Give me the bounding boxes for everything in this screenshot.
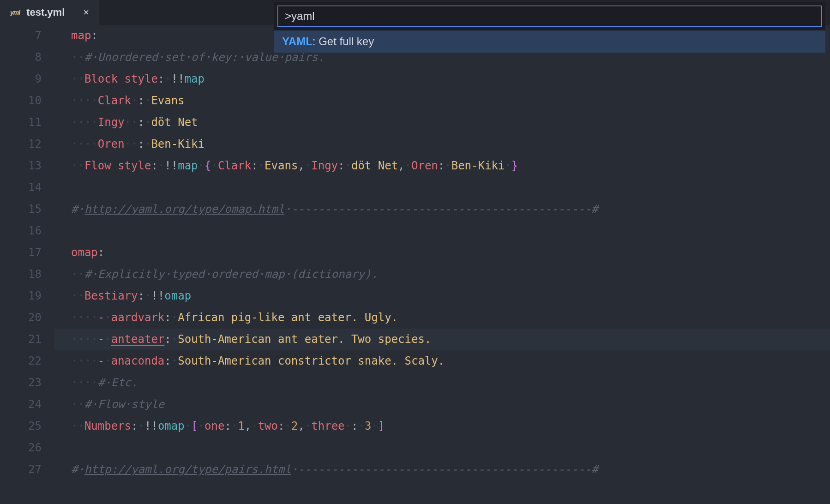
token-key: Bestiary bbox=[84, 289, 138, 302]
token-key: Block style bbox=[84, 72, 158, 85]
line-number: 24 bbox=[0, 394, 42, 415]
token-comment: #·Flow·style bbox=[84, 398, 164, 411]
editor[interactable]: 789101112131415161718192021222324252627 … bbox=[0, 25, 830, 504]
token-punct: : bbox=[91, 29, 97, 42]
token-ws: · bbox=[445, 159, 451, 172]
token-key: three bbox=[311, 420, 344, 432]
line-number: 15 bbox=[0, 198, 42, 220]
token-punct: , bbox=[298, 159, 304, 172]
token-str: Evans bbox=[265, 159, 298, 172]
token-ws: ·· bbox=[71, 72, 84, 85]
code-line[interactable] bbox=[71, 437, 830, 459]
token-punct: , bbox=[245, 420, 251, 432]
token-brace: { bbox=[204, 159, 211, 172]
command-palette-input-wrap bbox=[274, 2, 825, 30]
token-comment: #· bbox=[71, 203, 84, 216]
command-palette-input[interactable] bbox=[278, 6, 821, 26]
token-str: South-American constrictor snake. Scaly. bbox=[178, 354, 445, 367]
code-line[interactable]: ····Clark·:·Evans bbox=[71, 90, 830, 112]
token-ws: ·· bbox=[125, 116, 138, 129]
code-line[interactable]: ····-·anteater:·South-American ant eater… bbox=[54, 329, 830, 350]
code-line[interactable]: ··Flow style:·!!map·{·Clark:·Evans,·Ingy… bbox=[71, 155, 830, 177]
token-str: South-American ant eater. Two species. bbox=[178, 333, 431, 346]
token-ws: · bbox=[138, 420, 144, 432]
token-punct: !! bbox=[151, 289, 164, 302]
token-comment: #·Explicitly·typed·ordered·map·(dictiona… bbox=[84, 268, 378, 281]
token-tag: map bbox=[185, 72, 204, 85]
command-palette-result[interactable]: YAML: Get full key bbox=[274, 30, 825, 53]
token-ws: · bbox=[305, 159, 311, 172]
token-punct: : bbox=[138, 116, 144, 129]
token-punct: : bbox=[164, 311, 171, 324]
line-number: 21 bbox=[0, 329, 42, 350]
token-ws: · bbox=[144, 138, 151, 150]
token-ws: · bbox=[345, 420, 351, 432]
token-num: 1 bbox=[238, 420, 244, 432]
token-key: Ingy bbox=[311, 159, 338, 172]
token-comment: ·---------------------------------------… bbox=[291, 463, 598, 476]
token-str: Evans bbox=[151, 94, 184, 107]
line-number: 26 bbox=[0, 437, 42, 459]
token-key-u: anteater bbox=[111, 333, 165, 346]
line-number: 9 bbox=[0, 68, 42, 90]
code-line[interactable]: omap: bbox=[71, 242, 830, 264]
code-line[interactable]: ····-·anaconda:·South-American constrict… bbox=[71, 350, 830, 372]
code-line[interactable]: ····#·Etc. bbox=[71, 372, 830, 394]
token-ws: · bbox=[144, 116, 151, 129]
token-ws: ·· bbox=[71, 289, 84, 302]
token-punct: : bbox=[164, 354, 171, 367]
code-area[interactable]: map:··#·Unordered·set·of·key:·value·pair… bbox=[54, 25, 830, 504]
token-key: anaconda bbox=[111, 354, 165, 367]
token-str: Ben-Kiki bbox=[451, 159, 505, 172]
token-punct: : bbox=[131, 420, 138, 432]
token-key: Oren bbox=[411, 159, 438, 172]
token-brace: } bbox=[511, 159, 518, 172]
token-punct: : bbox=[98, 246, 104, 259]
token-key: Clark bbox=[218, 159, 251, 172]
tab-test-yml[interactable]: yml test.yml × bbox=[0, 0, 99, 25]
token-comment: #·Etc. bbox=[98, 376, 138, 389]
token-ws: ·· bbox=[71, 159, 84, 172]
token-dash: - bbox=[98, 354, 104, 367]
code-line[interactable]: ····Ingy··:·döt Net bbox=[71, 112, 830, 133]
token-punct: : bbox=[151, 159, 157, 172]
token-ws: · bbox=[345, 159, 351, 172]
code-line[interactable]: ··Bestiary:·!!omap bbox=[71, 285, 830, 307]
token-ws: · bbox=[231, 420, 238, 432]
line-number: 27 bbox=[0, 459, 42, 480]
code-line[interactable] bbox=[71, 220, 830, 242]
token-ws: · bbox=[358, 420, 364, 432]
code-line[interactable]: #·http://yaml.org/type/omap.html·-------… bbox=[71, 198, 830, 220]
code-line[interactable]: ··Block style:·!!map bbox=[71, 68, 830, 90]
token-punct: !! bbox=[171, 72, 185, 85]
token-ws: · bbox=[104, 333, 111, 346]
code-line[interactable]: ··#·Explicitly·typed·ordered·map·(dictio… bbox=[71, 264, 830, 285]
code-line[interactable]: ··#·Flow·style bbox=[71, 394, 830, 415]
token-ws: · bbox=[185, 420, 191, 432]
token-ws: ···· bbox=[71, 376, 98, 389]
token-ws: ·· bbox=[71, 420, 84, 432]
token-ws: ···· bbox=[71, 354, 98, 367]
token-ws: · bbox=[164, 72, 171, 85]
token-punct: !! bbox=[164, 159, 178, 172]
code-line[interactable] bbox=[71, 177, 830, 198]
line-number: 17 bbox=[0, 242, 42, 264]
token-ws: · bbox=[371, 420, 378, 432]
close-icon[interactable]: × bbox=[83, 6, 89, 18]
command-palette-result-text: : Get full key bbox=[313, 35, 374, 48]
line-number: 11 bbox=[0, 112, 42, 133]
code-line[interactable]: #·http://yaml.org/type/pairs.html·------… bbox=[71, 459, 830, 480]
line-number: 13 bbox=[0, 155, 42, 177]
token-ws: · bbox=[198, 420, 204, 432]
token-key: Flow style bbox=[84, 159, 151, 172]
code-line[interactable]: ····-·aardvark:·African pig-like ant eat… bbox=[71, 307, 830, 329]
token-punct: , bbox=[398, 159, 404, 172]
code-line[interactable]: ····Oren··:·Ben-Kiki bbox=[71, 133, 830, 155]
token-comment: #· bbox=[71, 463, 84, 476]
token-ws: · bbox=[158, 159, 164, 172]
token-ws: · bbox=[104, 311, 111, 324]
token-ws: ···· bbox=[71, 333, 98, 346]
token-punct: : bbox=[158, 72, 164, 85]
line-number: 19 bbox=[0, 285, 42, 307]
code-line[interactable]: ··Numbers:·!!omap·[·one:·1,·two:·2,·thre… bbox=[71, 415, 830, 437]
